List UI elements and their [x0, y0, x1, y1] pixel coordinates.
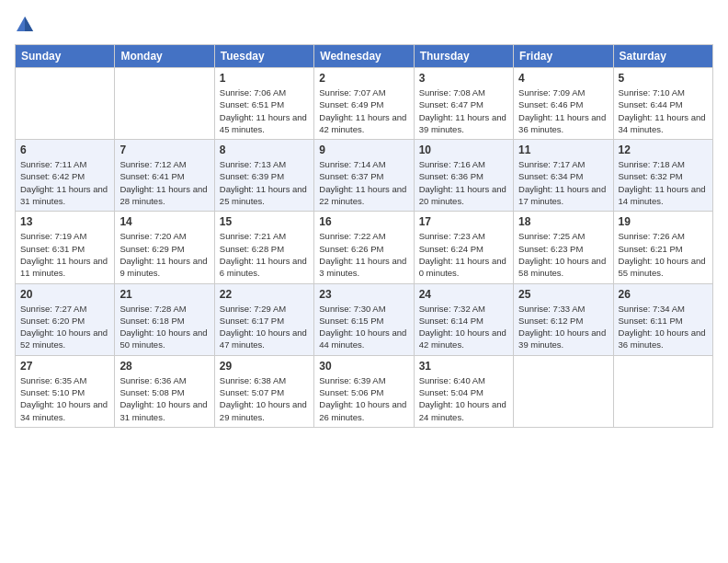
- cell-content: Sunrise: 7:33 AM Sunset: 6:12 PM Dayligh…: [518, 303, 608, 351]
- calendar-cell: 26Sunrise: 7:34 AM Sunset: 6:11 PM Dayli…: [613, 283, 712, 355]
- calendar-cell: [514, 355, 613, 427]
- day-number: 2: [319, 72, 408, 85]
- calendar-cell: 25Sunrise: 7:33 AM Sunset: 6:12 PM Dayli…: [514, 283, 613, 355]
- cell-content: Sunrise: 7:12 AM Sunset: 6:41 PM Dayligh…: [119, 158, 209, 207]
- calendar-cell: 4Sunrise: 7:09 AM Sunset: 6:46 PM Daylig…: [514, 68, 613, 140]
- cell-content: Sunrise: 7:08 AM Sunset: 6:47 PM Dayligh…: [419, 86, 508, 135]
- cell-content: Sunrise: 7:21 AM Sunset: 6:28 PM Dayligh…: [220, 230, 309, 279]
- day-number: 23: [319, 288, 408, 301]
- day-number: 26: [619, 288, 708, 301]
- calendar-cell: 11Sunrise: 7:17 AM Sunset: 6:34 PM Dayli…: [514, 140, 613, 212]
- day-number: 30: [319, 360, 408, 373]
- cell-content: Sunrise: 7:06 AM Sunset: 6:51 PM Dayligh…: [220, 86, 309, 135]
- calendar-cell: 13Sunrise: 7:19 AM Sunset: 6:31 PM Dayli…: [16, 212, 115, 283]
- day-of-week-header: Saturday: [613, 45, 712, 68]
- calendar-cell: 24Sunrise: 7:32 AM Sunset: 6:14 PM Dayli…: [414, 283, 513, 355]
- calendar-header-row: SundayMondayTuesdayWednesdayThursdayFrid…: [16, 45, 713, 68]
- day-number: 21: [119, 288, 209, 301]
- cell-content: Sunrise: 7:19 AM Sunset: 6:31 PM Dayligh…: [20, 230, 109, 279]
- day-number: 29: [220, 360, 309, 373]
- calendar-cell: 20Sunrise: 7:27 AM Sunset: 6:20 PM Dayli…: [16, 283, 115, 355]
- calendar-cell: 28Sunrise: 6:36 AM Sunset: 5:08 PM Dayli…: [115, 355, 214, 427]
- cell-content: Sunrise: 7:29 AM Sunset: 6:17 PM Dayligh…: [220, 303, 309, 351]
- calendar-cell: 27Sunrise: 6:35 AM Sunset: 5:10 PM Dayli…: [16, 355, 115, 427]
- day-of-week-header: Sunday: [16, 45, 115, 68]
- day-number: 28: [119, 360, 209, 373]
- calendar-week-row: 20Sunrise: 7:27 AM Sunset: 6:20 PM Dayli…: [16, 283, 713, 355]
- cell-content: Sunrise: 7:30 AM Sunset: 6:15 PM Dayligh…: [319, 303, 408, 351]
- day-number: 31: [419, 360, 508, 373]
- cell-content: Sunrise: 6:39 AM Sunset: 5:06 PM Dayligh…: [319, 374, 408, 423]
- day-of-week-header: Friday: [514, 45, 613, 68]
- cell-content: Sunrise: 7:20 AM Sunset: 6:29 PM Dayligh…: [119, 230, 209, 279]
- day-number: 24: [419, 288, 508, 301]
- day-of-week-header: Monday: [115, 45, 214, 68]
- cell-content: Sunrise: 6:35 AM Sunset: 5:10 PM Dayligh…: [20, 374, 109, 423]
- svg-marker-1: [25, 17, 33, 31]
- cell-content: Sunrise: 7:13 AM Sunset: 6:39 PM Dayligh…: [220, 158, 309, 207]
- day-number: 13: [20, 215, 109, 228]
- calendar-cell: 23Sunrise: 7:30 AM Sunset: 6:15 PM Dayli…: [314, 283, 414, 355]
- cell-content: Sunrise: 7:11 AM Sunset: 6:42 PM Dayligh…: [20, 158, 109, 207]
- calendar-table: SundayMondayTuesdayWednesdayThursdayFrid…: [15, 44, 713, 428]
- calendar-cell: 12Sunrise: 7:18 AM Sunset: 6:32 PM Dayli…: [613, 140, 712, 212]
- calendar-cell: 9Sunrise: 7:14 AM Sunset: 6:37 PM Daylig…: [314, 140, 414, 212]
- logo: [15, 15, 39, 35]
- day-of-week-header: Wednesday: [314, 45, 414, 68]
- day-number: 3: [419, 72, 508, 85]
- day-number: 10: [419, 144, 508, 156]
- day-number: 25: [518, 288, 608, 301]
- day-number: 19: [619, 215, 708, 228]
- logo-icon: [15, 15, 35, 35]
- cell-content: Sunrise: 7:22 AM Sunset: 6:26 PM Dayligh…: [319, 230, 408, 279]
- calendar-cell: 1Sunrise: 7:06 AM Sunset: 6:51 PM Daylig…: [214, 68, 313, 140]
- calendar-week-row: 1Sunrise: 7:06 AM Sunset: 6:51 PM Daylig…: [16, 68, 713, 140]
- cell-content: Sunrise: 6:36 AM Sunset: 5:08 PM Dayligh…: [119, 374, 209, 423]
- cell-content: Sunrise: 7:07 AM Sunset: 6:49 PM Dayligh…: [319, 86, 408, 135]
- calendar-cell: 8Sunrise: 7:13 AM Sunset: 6:39 PM Daylig…: [214, 140, 313, 212]
- calendar-cell: 18Sunrise: 7:25 AM Sunset: 6:23 PM Dayli…: [514, 212, 613, 283]
- calendar-cell: 29Sunrise: 6:38 AM Sunset: 5:07 PM Dayli…: [214, 355, 313, 427]
- cell-content: Sunrise: 7:25 AM Sunset: 6:23 PM Dayligh…: [518, 230, 608, 279]
- day-number: 8: [220, 144, 309, 156]
- day-number: 14: [119, 215, 209, 228]
- calendar-cell: [613, 355, 712, 427]
- day-number: 15: [220, 215, 309, 228]
- day-number: 20: [20, 288, 109, 301]
- cell-content: Sunrise: 6:40 AM Sunset: 5:04 PM Dayligh…: [419, 374, 508, 423]
- day-number: 22: [220, 288, 309, 301]
- calendar-cell: 17Sunrise: 7:23 AM Sunset: 6:24 PM Dayli…: [414, 212, 513, 283]
- cell-content: Sunrise: 7:32 AM Sunset: 6:14 PM Dayligh…: [419, 303, 508, 351]
- cell-content: Sunrise: 7:16 AM Sunset: 6:36 PM Dayligh…: [419, 158, 508, 207]
- calendar-cell: 7Sunrise: 7:12 AM Sunset: 6:41 PM Daylig…: [115, 140, 214, 212]
- calendar-week-row: 27Sunrise: 6:35 AM Sunset: 5:10 PM Dayli…: [16, 355, 713, 427]
- calendar-cell: 3Sunrise: 7:08 AM Sunset: 6:47 PM Daylig…: [414, 68, 513, 140]
- cell-content: Sunrise: 6:38 AM Sunset: 5:07 PM Dayligh…: [220, 374, 309, 423]
- calendar-week-row: 13Sunrise: 7:19 AM Sunset: 6:31 PM Dayli…: [16, 212, 713, 283]
- day-number: 6: [20, 144, 109, 156]
- calendar-cell: 5Sunrise: 7:10 AM Sunset: 6:44 PM Daylig…: [613, 68, 712, 140]
- day-of-week-header: Thursday: [414, 45, 513, 68]
- day-number: 18: [518, 215, 608, 228]
- calendar-cell: 10Sunrise: 7:16 AM Sunset: 6:36 PM Dayli…: [414, 140, 513, 212]
- cell-content: Sunrise: 7:18 AM Sunset: 6:32 PM Dayligh…: [619, 158, 708, 207]
- day-number: 7: [119, 144, 209, 156]
- calendar-cell: 6Sunrise: 7:11 AM Sunset: 6:42 PM Daylig…: [16, 140, 115, 212]
- page-header: [15, 15, 713, 35]
- calendar-cell: 21Sunrise: 7:28 AM Sunset: 6:18 PM Dayli…: [115, 283, 214, 355]
- calendar-cell: 31Sunrise: 6:40 AM Sunset: 5:04 PM Dayli…: [414, 355, 513, 427]
- day-number: 27: [20, 360, 109, 373]
- day-number: 11: [518, 144, 608, 156]
- calendar-cell: 14Sunrise: 7:20 AM Sunset: 6:29 PM Dayli…: [115, 212, 214, 283]
- calendar-cell: 30Sunrise: 6:39 AM Sunset: 5:06 PM Dayli…: [314, 355, 414, 427]
- cell-content: Sunrise: 7:17 AM Sunset: 6:34 PM Dayligh…: [518, 158, 608, 207]
- day-number: 17: [419, 215, 508, 228]
- day-number: 12: [619, 144, 708, 156]
- cell-content: Sunrise: 7:34 AM Sunset: 6:11 PM Dayligh…: [619, 303, 708, 351]
- day-number: 16: [319, 215, 408, 228]
- cell-content: Sunrise: 7:09 AM Sunset: 6:46 PM Dayligh…: [518, 86, 608, 135]
- cell-content: Sunrise: 7:26 AM Sunset: 6:21 PM Dayligh…: [619, 230, 708, 279]
- calendar-week-row: 6Sunrise: 7:11 AM Sunset: 6:42 PM Daylig…: [16, 140, 713, 212]
- calendar-cell: 22Sunrise: 7:29 AM Sunset: 6:17 PM Dayli…: [214, 283, 313, 355]
- day-number: 9: [319, 144, 408, 156]
